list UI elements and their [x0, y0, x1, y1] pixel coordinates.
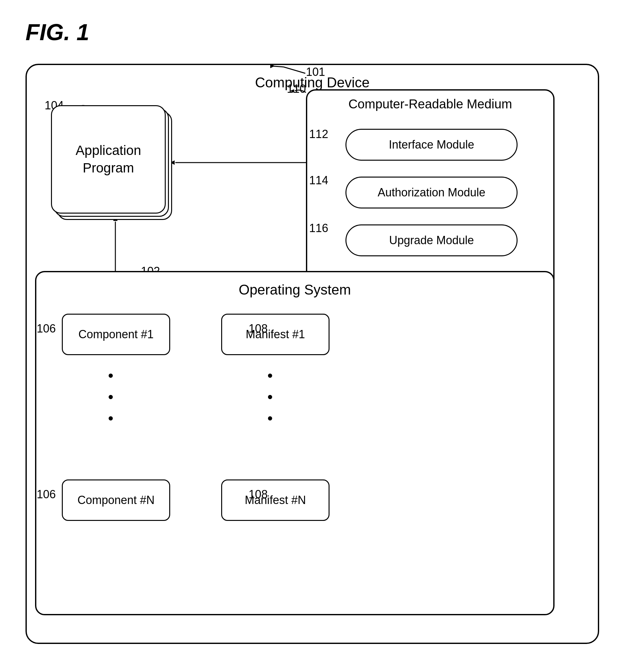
- manifest-n-box: Manifest #N: [221, 480, 330, 521]
- upgrade-module-label: Upgrade Module: [389, 234, 474, 247]
- component-1-box: Component #1: [62, 314, 170, 355]
- ref-101: 101: [306, 66, 325, 79]
- ref-114: 114: [309, 174, 328, 187]
- ref-106a: 106: [37, 322, 56, 335]
- component-1-label: Component #1: [78, 328, 154, 341]
- ref-110: 110: [287, 82, 306, 96]
- manifest-1-box: Manifest #1: [221, 314, 330, 355]
- ref-112: 112: [309, 128, 328, 141]
- interface-module-box: Interface Module: [345, 129, 518, 161]
- authorization-module-label: Authorization Module: [378, 186, 485, 199]
- dots-component-col: •••: [108, 365, 113, 429]
- ref-116: 116: [309, 222, 328, 235]
- component-n-label: Component #N: [77, 493, 155, 507]
- ref-106b: 106: [37, 488, 56, 501]
- ref-108a: 108: [249, 322, 268, 335]
- interface-module-label: Interface Module: [389, 138, 474, 151]
- os-box: Operating System Component #1 Manifest #…: [35, 271, 554, 615]
- figure-title: FIG. 1: [26, 19, 89, 45]
- app-card-front: Application Program: [51, 105, 166, 213]
- component-n-box: Component #N: [62, 480, 170, 521]
- app-program-label: Application Program: [76, 142, 141, 177]
- dots-manifest-col: •••: [267, 365, 273, 429]
- authorization-module-box: Authorization Module: [345, 177, 518, 208]
- upgrade-module-box: Upgrade Module: [345, 225, 518, 256]
- ref-108b: 108: [249, 488, 268, 501]
- os-label: Operating System: [239, 282, 351, 298]
- crm-label: Computer-Readable Medium: [348, 97, 512, 111]
